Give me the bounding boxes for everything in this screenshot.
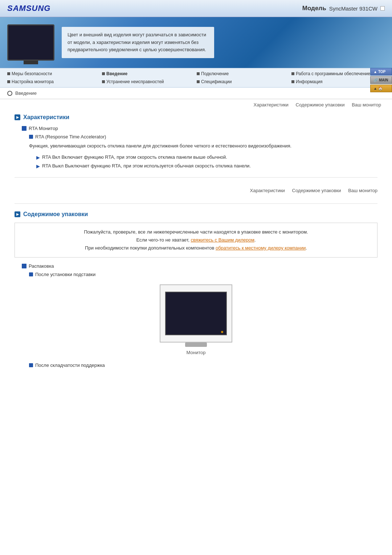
nav-label-info: Информация bbox=[296, 79, 322, 84]
monitor-power-dot bbox=[221, 331, 223, 333]
sub-item-stand-install: После установки подставки bbox=[29, 272, 377, 277]
home-button[interactable]: ▲ 🏠 bbox=[370, 85, 392, 92]
model-label: Модель SyncMaster 931CW bbox=[302, 5, 385, 12]
section-heading-package: Содержимое упаковки bbox=[15, 211, 377, 218]
monitor-display: Монитор bbox=[15, 284, 377, 355]
home-icon: ▲ bbox=[373, 86, 377, 90]
tab-link-package[interactable]: Содержимое упаковки bbox=[296, 102, 345, 108]
monitor-frame bbox=[160, 284, 232, 343]
main-label: MAIN bbox=[379, 78, 388, 82]
info-link-1[interactable]: свяжитесь с Вашим дилером bbox=[191, 237, 254, 243]
nav-bar: Меры безопасности Введение Подключение Р… bbox=[0, 68, 392, 88]
main-content: Характеристики RTA Монитор RTA (Response… bbox=[0, 110, 392, 378]
top-label: TOP bbox=[378, 70, 385, 74]
model-text-label: Модель bbox=[302, 5, 326, 12]
rta-description: Функция, увеличивающая скорость отклика … bbox=[29, 142, 377, 150]
nav-item-safety[interactable]: Меры безопасности bbox=[7, 70, 101, 77]
rta-bullet-list: ▶ RTA Вкл Включает функцию RTA, при этом… bbox=[36, 154, 377, 170]
side-buttons-container: ▲ TOP 🔗 MAIN ▲ 🏠 bbox=[370, 68, 392, 92]
section-heading-characteristics: Характеристики bbox=[15, 114, 377, 121]
sub-label-rta-monitor: RTA Монитор bbox=[29, 126, 58, 131]
nav-item-specs[interactable]: Спецификации bbox=[197, 78, 290, 85]
bullet-rta-off-text: RTA Выкл Выключает функцию RTA, при этом… bbox=[42, 162, 251, 170]
nav-label-connect: Подключение bbox=[201, 71, 229, 76]
breadcrumb-text: Введение bbox=[15, 90, 37, 96]
top-icon: ▲ bbox=[373, 70, 377, 74]
nav-bullet bbox=[197, 72, 200, 75]
sub-icon-rta bbox=[29, 135, 33, 139]
nav-bullet bbox=[102, 80, 105, 83]
monitor-screen bbox=[165, 292, 227, 335]
tab-link-monitor[interactable]: Ваш монитор bbox=[352, 102, 381, 108]
nav-label-settings: Настройка монитора bbox=[12, 79, 54, 84]
sub-item-folded-support: После складчатости поддержка bbox=[29, 362, 377, 368]
model-checkbox[interactable] bbox=[380, 6, 385, 11]
breadcrumb: Введение bbox=[0, 88, 392, 99]
nav-item-intro[interactable]: Введение bbox=[102, 70, 195, 77]
tab-link-characteristics[interactable]: Характеристики bbox=[253, 102, 288, 108]
banner-text-box: Цвет и внешний вид изделия могут различа… bbox=[62, 27, 214, 58]
nav-item-settings[interactable]: Настройка монитора bbox=[7, 78, 101, 85]
main-button[interactable]: 🔗 MAIN bbox=[370, 76, 392, 84]
info-line-1: Пожалуйста, проверьте, все ли нижеперечи… bbox=[22, 228, 370, 236]
sub-icon-unboxing bbox=[22, 264, 26, 268]
info-line-2: Если чего-то не хватает, свяжитесь с Ваш… bbox=[22, 236, 370, 244]
top-button[interactable]: ▲ TOP bbox=[370, 68, 392, 76]
tab-link-2-characteristics[interactable]: Характеристики bbox=[250, 188, 285, 193]
sub-item-rta: RTA (Response Time Accelerator) bbox=[29, 134, 377, 139]
nav-label-specs: Спецификации bbox=[201, 79, 232, 84]
nav-bullet bbox=[7, 80, 10, 83]
bullet-rta-on-text: RTA Вкл Включает функцию RTA, при этом с… bbox=[42, 154, 227, 161]
samsung-logo: SAMSUNG bbox=[7, 4, 50, 13]
sub-item-unboxing: Распаковка bbox=[22, 263, 377, 269]
tab-links-bar: Характеристики Содержимое упаковки Ваш м… bbox=[0, 99, 392, 110]
section-icon-package bbox=[15, 211, 20, 217]
info-link-2[interactable]: обратитесь к местному дилеру компании bbox=[216, 245, 306, 251]
sub-label-unboxing: Распаковка bbox=[29, 263, 54, 269]
model-value: SyncMaster 931CW bbox=[329, 5, 377, 12]
nav-item-troubleshoot[interactable]: Устранение неисправностей bbox=[102, 78, 195, 85]
breadcrumb-icon bbox=[7, 91, 12, 96]
bullet-arrow-icon: ▶ bbox=[36, 163, 40, 170]
section-icon-characteristics bbox=[15, 114, 20, 120]
bullet-rta-on: ▶ RTA Вкл Включает функцию RTA, при этом… bbox=[36, 154, 377, 161]
nav-bullet bbox=[7, 72, 10, 75]
sub-icon-folded-support bbox=[29, 363, 33, 367]
section-divider-2 bbox=[15, 203, 377, 204]
sub-icon-stand-install bbox=[29, 272, 33, 276]
info-box: Пожалуйста, проверьте, все ли нижеперечи… bbox=[15, 223, 377, 258]
nav-label-software: Работа с программным обеспечением bbox=[296, 71, 373, 76]
nav-bullet bbox=[291, 80, 294, 83]
banner: Цвет и внешний вид изделия могут различа… bbox=[0, 17, 392, 68]
nav-bullet bbox=[102, 72, 105, 75]
sub-label-folded-support: После складчатости поддержка bbox=[35, 362, 105, 368]
section-title-package: Содержимое упаковки bbox=[23, 211, 88, 218]
tab-link-2-package[interactable]: Содержимое упаковки bbox=[292, 188, 341, 193]
page-header: SAMSUNG Модель SyncMaster 931CW bbox=[0, 0, 392, 17]
bullet-arrow-icon: ▶ bbox=[36, 154, 40, 161]
monitor-stand bbox=[185, 343, 207, 347]
navigation-section: Меры безопасности Введение Подключение Р… bbox=[0, 68, 392, 88]
sub-label-stand-install: После установки подставки bbox=[35, 272, 95, 277]
nav-label-intro: Введение bbox=[106, 71, 127, 76]
section-title-characteristics: Характеристики bbox=[23, 114, 69, 121]
home-label: 🏠 bbox=[378, 86, 383, 90]
monitor-caption: Монитор bbox=[187, 350, 206, 355]
tab-link-2-monitor[interactable]: Ваш монитор bbox=[348, 188, 377, 193]
sub-item-rta-monitor: RTA Монитор bbox=[22, 126, 377, 131]
tab-links-bar-2: Характеристики Содержимое упаковки Ваш м… bbox=[15, 185, 377, 196]
nav-item-connect[interactable]: Подключение bbox=[197, 70, 290, 77]
nav-bullet bbox=[197, 80, 200, 83]
banner-monitor-image bbox=[7, 24, 54, 61]
bullet-rta-off: ▶ RTA Выкл Выключает функцию RTA, при эт… bbox=[36, 162, 377, 170]
main-icon: 🔗 bbox=[373, 78, 378, 82]
nav-label-safety: Меры безопасности bbox=[12, 71, 52, 76]
section-divider-1 bbox=[15, 177, 377, 178]
info-line-3: При необходимости покупки дополнительных… bbox=[22, 244, 370, 252]
nav-label-troubleshoot: Устранение неисправностей bbox=[106, 79, 164, 84]
sub-label-rta: RTA (Response Time Accelerator) bbox=[35, 134, 106, 139]
nav-bullet bbox=[291, 72, 294, 75]
sub-icon-rta-monitor bbox=[22, 126, 26, 131]
